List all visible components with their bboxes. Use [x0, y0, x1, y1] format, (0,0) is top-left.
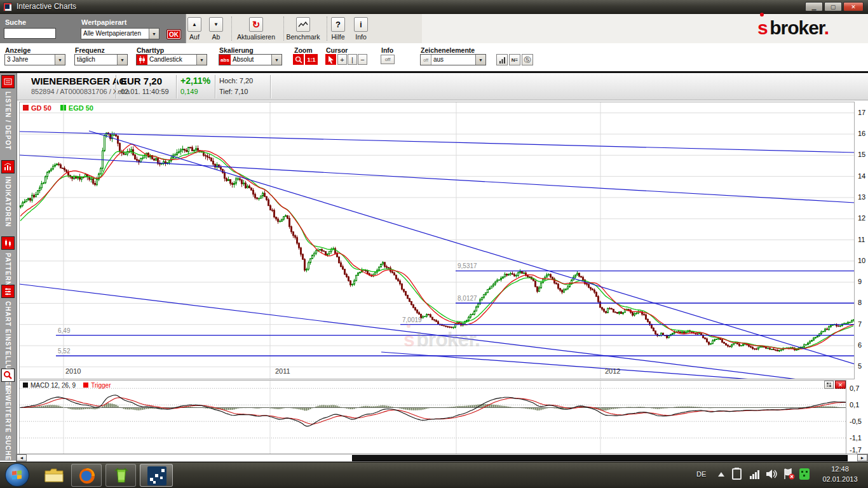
separator [176, 75, 177, 98]
sidebar-item-label: LISTEN / DEPOT [4, 92, 11, 150]
taskbar-charts-app-button[interactable] [140, 464, 173, 487]
volume-chart-button[interactable] [496, 54, 508, 65]
macd-tick-1: 0,1 [850, 401, 865, 409]
chevron-down-icon[interactable]: ▼ [149, 29, 159, 39]
minimize-button[interactable]: ▁ [805, 2, 823, 11]
timestamp: 02.01. 11:40:59 [121, 88, 169, 95]
tray-language[interactable]: DE [696, 470, 706, 478]
chart-area: GD 50EGD 50 9,53178,01277,00196,495,5220… [17, 100, 868, 454]
svg-text:7,0019: 7,0019 [402, 316, 422, 323]
question-button-icon[interactable]: ? [331, 17, 345, 32]
price: EUR 7,20 [121, 76, 162, 86]
search-input[interactable] [4, 28, 56, 39]
off-badge: off [421, 55, 431, 65]
tray-volume-icon[interactable] [766, 469, 778, 482]
charttyp-value: Candlestick [147, 55, 196, 65]
price-tick-10: 10 [858, 257, 868, 264]
price-tick-9: 9 [858, 278, 868, 285]
taskbar-green-app-button[interactable] [105, 464, 136, 487]
horizontal-scrollbar[interactable]: ◄ ► [16, 454, 868, 462]
benchmark-line-button-icon[interactable] [296, 17, 310, 32]
svg-text:6,49: 6,49 [58, 327, 71, 334]
scroll-right-button[interactable]: ► [857, 454, 867, 461]
chevron-down-icon[interactable]: ▼ [475, 55, 485, 65]
info-toggle-button[interactable]: off [381, 55, 395, 64]
macd-tick-2: -0,5 [850, 417, 865, 425]
search-icon [1, 369, 15, 382]
change-percent: +2,11% [180, 76, 210, 86]
search-section: Suche Wertpapierart Alle Wertpapierarten… [0, 14, 186, 43]
svg-text:8,0127: 8,0127 [458, 295, 477, 302]
signal-button[interactable]: Ⓢ [522, 54, 533, 65]
candlestick-icon [137, 55, 147, 65]
chevron-down-icon[interactable]: ▼ [271, 55, 281, 65]
day-high: Hoch: 7,20 [219, 77, 253, 85]
cursor-mode-2[interactable]: − [358, 54, 367, 65]
wertpapierart-value: Alle Wertpapierarten [81, 29, 149, 39]
close-button[interactable]: ✕ [843, 2, 864, 11]
zoom-magnifier-button[interactable] [293, 54, 304, 65]
start-button[interactable] [5, 463, 29, 487]
down-arrow-button-icon[interactable]: ▼ [209, 17, 223, 32]
skalierung-select[interactable]: abs Absolut ▼ [219, 54, 282, 65]
price-tick-7: 7 [858, 320, 868, 328]
tray-clock-time[interactable]: 12:48 [816, 465, 864, 473]
sidebar-item-listen-depot[interactable]: LISTEN / DEPOT [0, 75, 17, 150]
taskbar-firefox-button[interactable] [71, 464, 102, 487]
nav-button-label-aktualisieren[interactable]: Aktualisieren [231, 33, 281, 41]
price-tick-16: 16 [858, 130, 868, 137]
price-tick-15: 15 [858, 151, 868, 158]
day-low: Tief: 7,10 [219, 88, 248, 95]
search-label: Suche [5, 18, 26, 26]
tray-action-center-icon[interactable] [783, 468, 796, 482]
cursor-mode-0[interactable]: + [337, 54, 347, 65]
up-arrow-button-icon[interactable]: ▲ [187, 17, 201, 32]
price-tick-11: 11 [858, 236, 868, 243]
app-icon [3, 3, 12, 11]
zeichenelemente-select[interactable]: off aus ▼ [420, 54, 486, 65]
refresh-button-icon[interactable]: ↻ [249, 17, 263, 32]
taskbar-explorer-button[interactable] [41, 464, 67, 487]
sidebar-item-indikatoren[interactable]: INDIKATOREN [0, 160, 17, 227]
scroll-left-button[interactable]: ◄ [17, 454, 27, 461]
tray-clipboard-icon[interactable] [732, 468, 742, 480]
maximize-button[interactable]: ▢ [824, 2, 842, 11]
svg-text:9,5317: 9,5317 [458, 262, 477, 269]
cursor-mode-1[interactable]: | [348, 54, 357, 65]
wertpapierart-label: Wertpapierart [81, 18, 126, 26]
window-title: Interactive Charts [17, 2, 76, 11]
zoom-label: Zoom [294, 46, 313, 54]
settings-list-icon [1, 285, 15, 298]
chevron-down-icon[interactable]: ▼ [117, 55, 127, 65]
macd-chart-canvas[interactable] [19, 380, 846, 454]
sidebar-item-erweiterte-suche[interactable]: ERWEITERTE SUCHE [0, 369, 17, 461]
chevron-down-icon[interactable]: ▼ [55, 55, 65, 65]
price-tick-5: 5 [858, 362, 868, 370]
chart-controls-toolbar: Anzeige 3 Jahre ▼ Frequenz täglich ▼ Cha… [0, 43, 868, 71]
tray-clock-date[interactable]: 02.01.2013 [816, 475, 864, 483]
price-tick-17: 17 [858, 109, 868, 116]
info-button-icon[interactable]: i [354, 17, 368, 32]
info-label: Info [381, 46, 393, 54]
nav-button-label-info[interactable]: Info [336, 33, 386, 41]
svg-text:5,52: 5,52 [58, 348, 71, 355]
sidebar-item-label: ERWEITERTE SUCHE [4, 385, 11, 461]
zoom-ratio-button[interactable]: 1:1 [305, 54, 318, 65]
charttyp-select[interactable]: Candlestick ▼ [136, 54, 207, 65]
scrollbar-thumb[interactable] [352, 455, 848, 461]
cursor-arrow-button[interactable] [325, 54, 336, 65]
chevron-down-icon[interactable]: ▼ [196, 55, 207, 65]
frequenz-select[interactable]: täglich ▼ [74, 54, 128, 65]
tray-messenger-icon[interactable] [799, 468, 810, 480]
news-button[interactable]: N≡ [509, 54, 520, 65]
skalierung-value: Absolut [231, 55, 271, 65]
svg-text:2010: 2010 [65, 367, 81, 375]
sidebar-item-patterns[interactable]: PATTERNS [0, 236, 17, 291]
anzeige-select[interactable]: 3 Jahre ▼ [4, 54, 65, 65]
tray-network-icon[interactable] [750, 469, 761, 482]
wertpapierart-select[interactable]: Alle Wertpapierarten ▼ [81, 28, 159, 39]
tray-expand-icon[interactable] [718, 472, 724, 477]
change-absolute: 0,149 [180, 88, 198, 95]
separator [116, 75, 117, 98]
zeichenelemente-value: aus [431, 55, 475, 65]
